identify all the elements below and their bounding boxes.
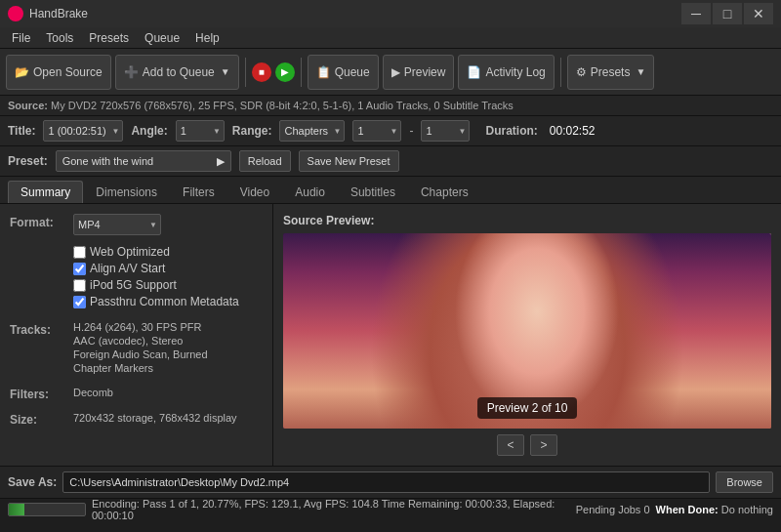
activity-log-button[interactable]: 📄 Activity Log (458, 55, 554, 90)
checkbox-align-av: Align A/V Start (73, 262, 263, 275)
toolbar: 📂 Open Source ➕ Add to Queue ▼ ■ ▶ 📋 Que… (0, 49, 781, 96)
format-select-wrapper[interactable]: MP4 MKV WebM (73, 214, 161, 235)
to-select[interactable]: 1 (421, 120, 470, 142)
preview-image: Preview 2 of 10 (283, 233, 771, 429)
pause-button[interactable]: ▶ (275, 62, 295, 82)
preview-badge: Preview 2 of 10 (477, 397, 578, 419)
source-value: My DVD2 720x576 (768x576), 25 FPS, SDR (… (51, 100, 514, 111)
save-new-preset-button[interactable]: Save New Preset (299, 150, 399, 172)
menu-file[interactable]: File (4, 29, 38, 47)
web-optimized-label: Web Optimized (90, 245, 170, 259)
passthru-checkbox[interactable] (73, 296, 86, 308)
passthru-label: Passthru Common Metadata (90, 295, 239, 308)
when-done-value: Do nothing (721, 504, 773, 515)
open-source-label: Open Source (33, 65, 103, 79)
menu-presets[interactable]: Presets (81, 29, 137, 47)
preview-prev-button[interactable]: < (497, 434, 524, 456)
options-spacer (10, 245, 73, 247)
align-av-checkbox[interactable] (73, 263, 86, 275)
tab-chapters[interactable]: Chapters (408, 181, 481, 203)
web-optimized-checkbox[interactable] (73, 246, 86, 259)
angle-select[interactable]: 1 (176, 120, 225, 142)
duration-value: 00:02:52 (550, 124, 596, 138)
tracks-row: Tracks: H.264 (x264), 30 FPS PFR AAC (av… (10, 321, 263, 376)
left-panel: Format: MP4 MKV WebM Web Optimized (0, 204, 273, 466)
browse-button[interactable]: Browse (716, 471, 773, 493)
preset-arrow-icon: ▶ (217, 155, 225, 168)
menu-queue[interactable]: Queue (137, 29, 187, 47)
close-button[interactable]: ✕ (744, 3, 773, 24)
to-select-wrapper[interactable]: 1 (421, 120, 470, 142)
ipod-support-checkbox[interactable] (73, 279, 86, 292)
status-text: Encoding: Pass 1 of 1, 20.77%, FPS: 129.… (92, 498, 570, 521)
presets-button[interactable]: ⚙ Presets ▼ (567, 55, 655, 90)
size-value: 720x432 storage, 768x432 display (73, 412, 237, 424)
track-line-0: H.264 (x264), 30 FPS PFR (73, 321, 263, 333)
checkbox-passthru: Passthru Common Metadata (73, 295, 263, 308)
tracks-content: H.264 (x264), 30 FPS PFR AAC (avcodec), … (73, 321, 263, 376)
tab-dimensions[interactable]: Dimensions (83, 181, 170, 203)
size-label: Size: (10, 411, 73, 427)
filters-value: Decomb (73, 387, 113, 398)
format-label: Format: (10, 214, 73, 229)
right-panel: Source Preview: Preview 2 of 10 < > (273, 204, 781, 466)
app-title: HandBrake (29, 7, 88, 20)
filters-content: Decomb (73, 386, 263, 399)
title-select[interactable]: 1 (00:02:51) (43, 120, 123, 142)
title-row: Title: 1 (00:02:51) Angle: 1 Range: Chap… (0, 116, 781, 146)
save-as-label: Save As: (8, 475, 57, 489)
size-content: 720x432 storage, 768x432 display (73, 411, 263, 425)
progress-bar (8, 503, 86, 516)
tab-summary[interactable]: Summary (8, 181, 83, 203)
progress-bar-fill (9, 504, 24, 515)
add-to-queue-button[interactable]: ➕ Add to Queue ▼ (115, 55, 239, 90)
toolbar-separator-1 (245, 58, 246, 87)
tabs: Summary Dimensions Filters Video Audio S… (0, 177, 781, 204)
format-select[interactable]: MP4 MKV WebM (73, 214, 161, 235)
pending-jobs: Pending Jobs 0 (576, 504, 650, 515)
range-to-separator: - (409, 124, 413, 138)
size-row: Size: 720x432 storage, 768x432 display (10, 411, 263, 427)
preset-row: Preset: Gone with the wind ▶ Reload Save… (0, 146, 781, 177)
tab-audio[interactable]: Audio (282, 181, 338, 203)
tracks-label: Tracks: (10, 321, 73, 337)
tab-video[interactable]: Video (227, 181, 282, 203)
window-controls[interactable]: ─ □ ✕ (681, 3, 773, 24)
folder-icon: 📂 (15, 65, 29, 79)
filters-label: Filters: (10, 386, 73, 401)
maximize-button[interactable]: □ (713, 3, 742, 24)
align-av-label: Align A/V Start (90, 262, 165, 275)
preview-label: Preview (404, 65, 446, 79)
checkbox-web-optimized: Web Optimized (73, 245, 263, 259)
title-bar: HandBrake ─ □ ✕ (0, 0, 781, 27)
preview-button[interactable]: ▶ Preview (383, 55, 455, 90)
minimize-button[interactable]: ─ (681, 3, 711, 24)
save-path-input[interactable] (62, 471, 710, 493)
preview-icon: ▶ (391, 65, 400, 79)
format-content: MP4 MKV WebM (73, 214, 263, 235)
menu-help[interactable]: Help (187, 29, 227, 47)
activity-log-label: Activity Log (485, 65, 545, 79)
toolbar-separator-2 (301, 58, 302, 87)
track-line-1: AAC (avcodec), Stereo (73, 335, 263, 347)
tab-subtitles[interactable]: Subtitles (338, 181, 408, 203)
title-select-wrapper[interactable]: 1 (00:02:51) (43, 120, 123, 142)
from-select[interactable]: 1 (352, 120, 401, 142)
preset-selector[interactable]: Gone with the wind ▶ (56, 150, 231, 172)
range-select-wrapper[interactable]: Chapters (279, 120, 345, 142)
tab-filters[interactable]: Filters (170, 181, 227, 203)
angle-select-wrapper[interactable]: 1 (176, 120, 225, 142)
status-bar: Encoding: Pass 1 of 1, 20.77%, FPS: 129.… (0, 498, 781, 519)
queue-button[interactable]: 📋 Queue (308, 55, 379, 90)
stop-icon: ■ (259, 66, 265, 77)
preset-label: Preset: (8, 154, 48, 168)
reload-button[interactable]: Reload (239, 150, 291, 172)
open-source-button[interactable]: 📂 Open Source (6, 55, 111, 90)
menu-bar: File Tools Presets Queue Help (0, 27, 781, 49)
range-select[interactable]: Chapters (279, 120, 345, 142)
stop-button[interactable]: ■ (252, 62, 271, 82)
options-row: Web Optimized Align A/V Start iPod 5G Su… (10, 245, 263, 311)
menu-tools[interactable]: Tools (38, 29, 81, 47)
preview-next-button[interactable]: > (530, 434, 557, 456)
from-select-wrapper[interactable]: 1 (352, 120, 401, 142)
